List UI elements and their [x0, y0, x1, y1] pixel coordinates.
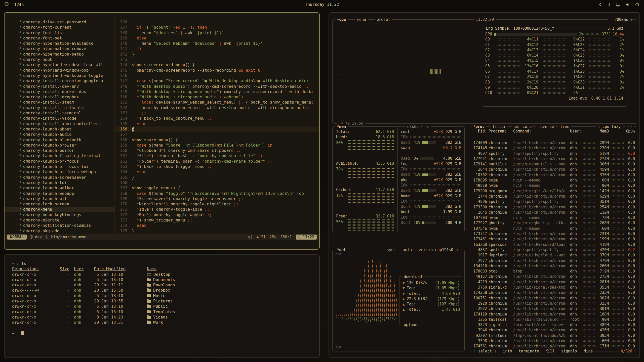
- file-list-item[interactable]: * omarchy-hyprland-window-close-all: [5, 62, 114, 67]
- process-row[interactable]: 4896 spotify /opt/spotify/spotify -- dhh…: [469, 199, 637, 204]
- code-line[interactable]: 148 *"With desktop audio") omarchy-cmd-s…: [115, 84, 319, 89]
- volume-icon[interactable]: [625, 2, 630, 7]
- process-row[interactable]: 3946 chromium /usr/lib/chromium/chrom dh…: [469, 328, 637, 333]
- file-list-item[interactable]: * omarchy-launch-floating-terminal-: [5, 153, 114, 158]
- file-list-item[interactable]: * omarchy-install-dropbox: [5, 94, 114, 100]
- file-list-item[interactable]: * omarchy-launch-editor: [5, 148, 114, 153]
- file-list-item[interactable]: * omarchy-launch-or-focus: [5, 159, 114, 164]
- file-list-item[interactable]: * omarchy-hyprland-window-pop: [5, 68, 114, 73]
- file-list-item[interactable]: * omarchy-launch-webapp: [5, 191, 114, 196]
- process-row[interactable]: 174561 chromium /usr/lib/chromium/chrom …: [469, 344, 637, 349]
- sync-button[interactable]: sync: [385, 247, 397, 252]
- file-list-item[interactable]: * omarchy-launch-tui: [5, 180, 114, 185]
- proc-footer-button[interactable]: Nice: [584, 349, 593, 354]
- interface-switcher[interactable]: ‹b enp191s0 n›: [427, 247, 462, 252]
- file-list-item[interactable]: * omarchy-launch-audio: [5, 132, 114, 137]
- code-line[interactable]: 157: [115, 132, 319, 137]
- proc-footer-button[interactable]: info: [503, 349, 512, 354]
- file-list-item[interactable]: * omarchy-launch-browser: [5, 143, 114, 148]
- code-line[interactable]: 160 *Clipboard*) omarchy-cmd-share clipb…: [115, 148, 319, 153]
- file-explorer-pane[interactable]: * omarchy-drive-set-password * omarchy-f…: [5, 13, 115, 234]
- code-line[interactable]: 169 *Screensaver*) omarchy-toggle-screen…: [115, 196, 319, 201]
- code-line[interactable]: 159 case $(menu "Share" "□ Clipboard\n□ …: [115, 143, 319, 148]
- process-row[interactable]: 49819 nvim nvim --embed . dhh 90M 0.0: [469, 183, 637, 188]
- process-row[interactable]: 134710 chromium /usr/lib/chromium/chrom …: [469, 263, 637, 269]
- auto-button[interactable]: auto: [401, 247, 414, 252]
- chevron-left-icon[interactable]: [598, 2, 602, 7]
- prompt-line-active[interactable]: ~›: [12, 331, 312, 336]
- process-row[interactable]: 179290 org.gnom /usr/bin/gjs /usr/lib/o …: [469, 189, 637, 194]
- file-list-item[interactable]: * omarchy-font-set: [5, 35, 114, 41]
- file-list-item[interactable]: * omarchy-install-tailscale: [5, 105, 114, 110]
- process-row[interactable]: 174009 chromium /usr/lib/chromium/chrom …: [469, 140, 637, 146]
- file-list-item[interactable]: * omarchy-install-chromium-google-a: [5, 78, 114, 83]
- code-line[interactable]: 140 menu "Select Webcam" "$devices" | aw…: [115, 41, 319, 46]
- file-list-item[interactable]: * omarchy-hook: [5, 57, 114, 62]
- code-line[interactable]: 146: [115, 73, 319, 78]
- file-list-item[interactable]: * omarchy-hibernation-remove: [5, 46, 114, 51]
- mem-header[interactable]: MemB: [596, 129, 609, 134]
- code-line[interactable]: 147 case $(menu "Screenrecord" "■ With d…: [115, 78, 319, 83]
- file-list-item[interactable]: * omarchy-lock-screen: [5, 201, 114, 207]
- code-line[interactable]: 163 *) back_to show_trigger_menu ;;: [115, 164, 319, 169]
- user-header[interactable]: User:: [570, 129, 581, 134]
- sort-selector[interactable]: ‹ cpu lazy ›: [596, 124, 627, 129]
- process-row[interactable]: 177927 ghostty /usr/bin/ghostty --gtk- d…: [469, 220, 637, 226]
- code-line[interactable]: 142 }: [115, 52, 319, 57]
- code-line[interactable]: 144 show_screenrecord_menu() {: [115, 62, 319, 67]
- code-editor-pane[interactable]: 136 137 if [[ "$count" -eq 1 ]]; then 13…: [115, 13, 319, 234]
- bluetooth-icon[interactable]: [607, 2, 611, 7]
- process-row[interactable]: 4837 spotify /opt/spotify/spotify dhh 42…: [469, 247, 637, 253]
- file-list-item[interactable]: * omarchy-font-current: [5, 25, 114, 30]
- file-list-item[interactable]: * omarchy-install-xbox-controllers: [5, 121, 114, 126]
- file-list-item[interactable]: * omarchy-install-docker-dbs: [5, 89, 114, 94]
- code-line[interactable]: 170 *Nightlight*) omarchy-toggle-nightli…: [115, 201, 319, 207]
- process-row[interactable]: 179141 nautilus /usr/bin/nautilus --new …: [469, 162, 637, 167]
- code-line[interactable]: 156 }: [115, 126, 319, 132]
- file-list-item[interactable]: * omarchy-pkg-add: [5, 228, 114, 234]
- process-row[interactable]: 178003 btop btop dhh 7.9M 0.0: [469, 269, 637, 274]
- process-row[interactable]: 4219 chromium /usr/lib/chromium/chrom dh…: [469, 280, 637, 285]
- per-core-button[interactable]: per-core: [512, 124, 533, 129]
- file-list-item[interactable]: * omarchy-launch-screensaver: [5, 175, 114, 180]
- file-list-item[interactable]: * omarchy-notification-dismiss: [5, 223, 114, 228]
- process-row[interactable]: 92207 lm-studi /tmp/.mount_lmstudw3AZQ d…: [469, 333, 637, 338]
- process-row[interactable]: 163260 1passwor /usr/lib/1Password/1pas …: [469, 242, 637, 247]
- process-row[interactable]: 107546 nvim nvim --embed . dhh 60M 0.0: [469, 226, 637, 231]
- process-row[interactable]: 2977 chromium /usr/lib/chromium/chrom dh…: [469, 258, 637, 263]
- process-row[interactable]: 2845 chromium /usr/lib/chromium/chrom dh…: [469, 210, 637, 215]
- code-line[interactable]: 166: [115, 180, 319, 185]
- process-row[interactable]: 2932 chromium /usr/lib/chromium/chrom dh…: [469, 306, 637, 311]
- code-line[interactable]: 153 ;;: [115, 110, 319, 116]
- process-row[interactable]: 178895 nvim nvim --embed . dhh 60M 0.0: [469, 178, 637, 183]
- process-row[interactable]: 1265 tailscal /usr/sbin/tailscaled -- ro…: [469, 317, 637, 322]
- process-row[interactable]: 174145 chromium /usr/lib/chromium/chrom …: [469, 146, 637, 151]
- process-row[interactable]: 3823 signal-d /proc/self/exe --type=r dh…: [469, 322, 637, 328]
- proc-footer-button[interactable]: ↑ select ↓: [474, 349, 496, 354]
- code-line[interactable]: 143: [115, 57, 319, 62]
- code-line[interactable]: 164 esac: [115, 169, 319, 174]
- launcher-icon[interactable]: [5, 2, 9, 7]
- code-line[interactable]: 171 *Idle*) omarchy-toggle-idle ;;: [115, 207, 319, 212]
- code-line[interactable]: 167 show_toggle_menu() {: [115, 185, 319, 191]
- pid-header[interactable]: Pid:: [471, 129, 487, 134]
- file-list-item[interactable]: * omarchy-install-vscode: [5, 116, 114, 121]
- process-row[interactable]: 49167 chromium /usr/lib/chromium/chrom d…: [469, 274, 637, 279]
- program-header[interactable]: Program:: [489, 129, 512, 134]
- process-row[interactable]: 107703 nvim nvim --embed . dhh 72M 0.0: [469, 215, 637, 220]
- file-list-item[interactable]: * omarchy-menu-keybindings: [5, 212, 114, 217]
- proc-footer-button[interactable]: Kill: [546, 349, 555, 354]
- display-icon[interactable]: [616, 2, 620, 7]
- file-list-item[interactable]: * omarchy-hibernation-available: [5, 41, 114, 46]
- process-row[interactable]: 3398 chromium /usr/lib/chromium/chrom dh…: [469, 338, 637, 344]
- code-line[interactable]: 174 esac: [115, 223, 319, 228]
- process-row[interactable]: 174358 chromium /usr/lib/chromium/chrom …: [469, 290, 637, 295]
- process-row[interactable]: 173300 chromium /usr/lib/chromium/chrom …: [469, 205, 637, 210]
- file-list-item[interactable]: * omarchy-migrate: [5, 217, 114, 223]
- file-list-item[interactable]: * omarchy-launch-walker: [5, 185, 114, 191]
- code-line[interactable]: 162 *Folder*) terminal bash -c "omarchy-…: [115, 159, 319, 164]
- reverse-button[interactable]: reverse: [536, 124, 556, 129]
- file-list-item[interactable]: * omarchy-font-list: [5, 30, 114, 35]
- code-line[interactable]: 158 show_share_menu() {: [115, 137, 319, 143]
- file-list-item[interactable]: * omarchy-hyprland-workspace-toggle: [5, 73, 114, 78]
